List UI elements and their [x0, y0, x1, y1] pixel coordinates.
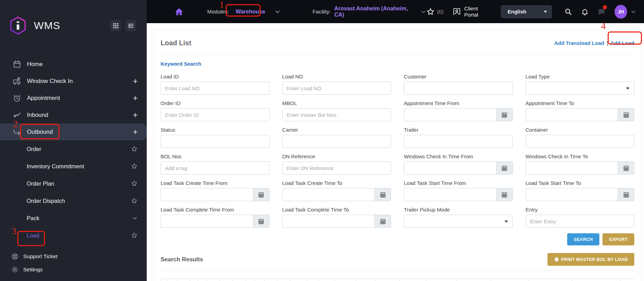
- bol-nos-input[interactable]: [161, 161, 270, 175]
- export-button[interactable]: EXPORT: [602, 233, 634, 245]
- collapse-chevron-down-icon[interactable]: [132, 215, 138, 221]
- appointment-time-to-input[interactable]: [526, 108, 618, 121]
- load-task-start-time-from-input[interactable]: [404, 188, 496, 201]
- sidebar-item-order-plan[interactable]: Order Plan: [0, 175, 147, 192]
- expand-plus-icon[interactable]: +: [133, 77, 138, 85]
- calendar-picker-icon[interactable]: [374, 215, 391, 228]
- expand-plus-icon[interactable]: +: [133, 111, 138, 119]
- sidebar-item-settings[interactable]: Settings: [0, 263, 147, 276]
- search-button[interactable]: SEARCH: [567, 233, 599, 245]
- calendar-picker-icon[interactable]: [496, 188, 513, 201]
- sidebar-item-window-check-in[interactable]: Window Check In+: [0, 73, 147, 90]
- favorites-star-icon[interactable]: [426, 8, 435, 16]
- calendar-picker-icon[interactable]: [618, 108, 634, 121]
- notifications-bell-icon[interactable]: [581, 8, 589, 16]
- facility-selector[interactable]: Arovast Anaheim (Anaheim, CA): [334, 6, 414, 18]
- module-chevron-down-icon[interactable]: [274, 9, 281, 15]
- favorite-star-icon[interactable]: [131, 146, 138, 152]
- apps-grid-button[interactable]: [110, 20, 121, 31]
- expand-plus-icon[interactable]: +: [133, 94, 138, 102]
- sidebar-item-support-ticket[interactable]: Support Ticket: [0, 250, 147, 263]
- sidebar-item-label: Outbound: [27, 129, 53, 135]
- expand-plus-icon[interactable]: +: [133, 128, 138, 136]
- field-appointment-time-to: Appointment Time To: [526, 100, 635, 121]
- appointment-time-from-input[interactable]: [404, 108, 496, 121]
- sidebar-item-home[interactable]: Home: [0, 56, 147, 73]
- field-label: Appointment Time To: [526, 100, 635, 106]
- sidebar-item-order[interactable]: Order: [0, 140, 147, 158]
- calendar-picker-icon[interactable]: [496, 108, 513, 121]
- table-header-cell: [457, 279, 491, 281]
- sidebar-item-inventory-commitment[interactable]: Inventory Commitment: [0, 158, 147, 175]
- field-label: Trailer: [404, 127, 513, 133]
- add-load-link[interactable]: Add Load: [610, 40, 634, 46]
- client-portal-button[interactable]: Client Portal: [453, 6, 491, 18]
- dn-reference-input[interactable]: [282, 161, 391, 175]
- print-master-bol-button[interactable]: PRINT MASTER BOL BY LOAD: [547, 253, 634, 266]
- table-header-cell: [161, 279, 167, 281]
- sidebar-collapse-button[interactable]: [125, 20, 136, 31]
- load-task-create-time-from-input[interactable]: [161, 188, 253, 201]
- field-customer: Customer: [404, 74, 513, 95]
- load-id-input[interactable]: [161, 82, 270, 95]
- entry-input[interactable]: [526, 215, 635, 228]
- field-load-task-create-time-to: Load Task Create Time To: [282, 180, 391, 201]
- field-order-id: Order ID: [161, 100, 270, 121]
- order-id-input[interactable]: [161, 108, 270, 121]
- favorite-star-icon[interactable]: [131, 197, 138, 204]
- sidebar-item-inbound[interactable]: Inbound+: [0, 106, 147, 123]
- load-task-complete-time-from-input[interactable]: [161, 215, 253, 228]
- right-column: Modules: Warehouse Facility: Arovast Ana…: [147, 0, 644, 281]
- search-icon[interactable]: [564, 8, 572, 16]
- field-label: Load Task Start Time To: [526, 180, 635, 186]
- user-avatar[interactable]: JH: [615, 5, 627, 19]
- messages-icon[interactable]: [598, 8, 605, 16]
- windows-check-in-time-from-input[interactable]: [404, 161, 496, 175]
- calendar-picker-icon[interactable]: [496, 161, 513, 175]
- calendar-picker-icon[interactable]: [253, 188, 270, 201]
- field-entry: Entry: [526, 207, 635, 228]
- language-select[interactable]: English: [501, 5, 552, 18]
- container-input[interactable]: [526, 135, 635, 148]
- sidebar-item-label: Inbound: [27, 112, 48, 119]
- carrier-input[interactable]: [282, 135, 391, 148]
- field-trailer-pickup-mode: Trailer Pickup Mode: [404, 207, 513, 228]
- keyword-search-toggle[interactable]: Keyword Search: [161, 61, 634, 67]
- topbar: Modules: Warehouse Facility: Arovast Ana…: [147, 0, 644, 23]
- favorite-star-icon[interactable]: [131, 163, 138, 170]
- arrow-inbound-icon: [12, 111, 21, 120]
- calendar-picker-icon[interactable]: [253, 215, 270, 228]
- favorite-star-icon[interactable]: [131, 180, 138, 187]
- load-task-create-time-to-input[interactable]: [282, 188, 375, 201]
- calendar-picker-icon[interactable]: [374, 188, 391, 201]
- mbol-input[interactable]: [282, 108, 391, 121]
- sidebar-item-order-dispatch[interactable]: Order Dispatch: [0, 192, 147, 209]
- sidebar-item-load[interactable]: Load: [0, 227, 147, 244]
- customer-input[interactable]: [404, 82, 513, 95]
- sidebar-item-pack[interactable]: Pack: [0, 209, 147, 227]
- favorite-star-icon[interactable]: [131, 232, 138, 239]
- sidebar-item-appointment[interactable]: Appointment+: [0, 90, 147, 106]
- trailer-pickup-mode-select[interactable]: [404, 215, 513, 228]
- field-label: Load Type: [526, 74, 635, 79]
- sidebar-item-outbound[interactable]: Outbound+: [0, 123, 147, 140]
- load-list-card: Load List Add Transload Load | Add Load …: [153, 29, 642, 281]
- results-table-header: [161, 279, 634, 281]
- load-type-select[interactable]: [526, 82, 635, 95]
- windows-check-in-time-to-input[interactable]: [526, 161, 618, 175]
- facility-chevron-down-icon[interactable]: [420, 9, 426, 15]
- load-task-start-time-to-input[interactable]: [526, 188, 618, 201]
- status-input[interactable]: [161, 135, 270, 148]
- add-transload-load-link[interactable]: Add Transload Load: [554, 40, 604, 46]
- calendar-picker-icon[interactable]: [618, 161, 634, 175]
- field-label: Load NO: [282, 74, 391, 79]
- field-label: MBOL: [282, 100, 391, 106]
- calendar-picker-icon[interactable]: [618, 188, 634, 201]
- trailer-input[interactable]: [404, 135, 513, 148]
- user-menu-chevron-down-icon[interactable]: [631, 9, 636, 15]
- module-selector[interactable]: Warehouse: [232, 7, 269, 16]
- home-icon[interactable]: [174, 7, 184, 17]
- load-task-complete-time-to-input[interactable]: [282, 215, 375, 228]
- load-no-input[interactable]: [282, 82, 391, 95]
- field-load-no: Load NO: [282, 74, 391, 95]
